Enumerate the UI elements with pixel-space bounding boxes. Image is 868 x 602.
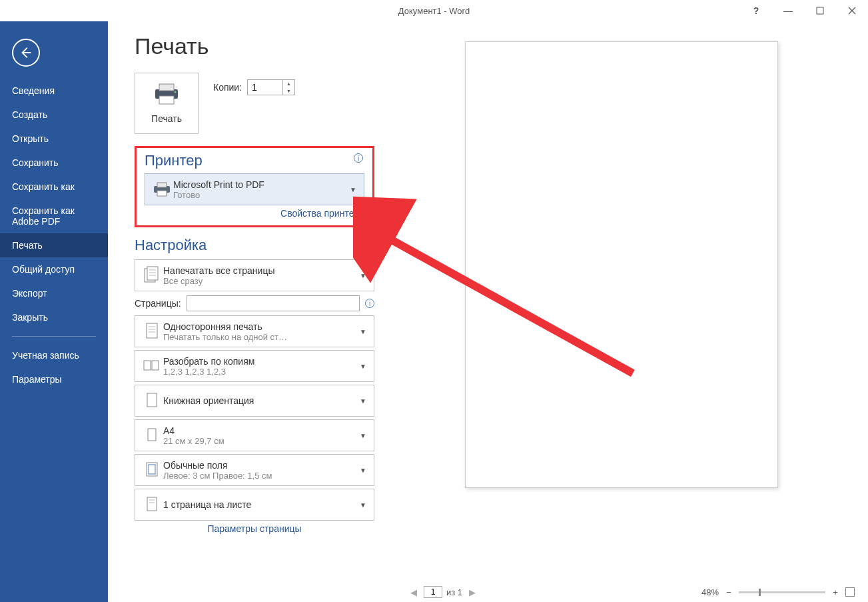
pages-info-icon[interactable]: i: [365, 299, 374, 308]
orientation-dropdown[interactable]: Книжная ориентация ▼: [135, 385, 374, 417]
copies-input[interactable]: [248, 81, 282, 94]
pages-per-sheet-dropdown[interactable]: 1 страница на листе ▼: [135, 489, 374, 521]
svg-rect-20: [144, 361, 151, 370]
page-navigator: ◀ из 1 ▶: [408, 586, 478, 598]
zoom-value: 48%: [701, 587, 719, 597]
svg-rect-26: [147, 497, 157, 511]
pages-label: Страницы:: [135, 298, 181, 309]
paper-size-dropdown[interactable]: A4 21 см x 29,7 см ▼: [135, 419, 374, 451]
print-settings-column: Печать Печать Копии:: [135, 33, 374, 602]
printer-status: Готово: [173, 190, 348, 200]
chevron-down-icon: ▼: [358, 467, 368, 474]
svg-rect-12: [147, 267, 158, 280]
print-button[interactable]: Печать: [135, 73, 199, 134]
svg-rect-23: [148, 429, 156, 441]
svg-rect-0: [817, 7, 823, 14]
backstage-sidebar: Сведения Создать Открыть Сохранить Сохра…: [0, 21, 108, 602]
minimize-button[interactable]: —: [772, 0, 804, 21]
nav-info[interactable]: Сведения: [0, 79, 108, 103]
zoom-in-button[interactable]: +: [831, 587, 840, 597]
window-title: Документ1 - Word: [398, 6, 470, 16]
nav-close[interactable]: Закрыть: [0, 305, 108, 329]
print-preview-column: [374, 33, 868, 602]
nav-options[interactable]: Параметры: [0, 367, 108, 391]
back-button[interactable]: [12, 39, 40, 67]
print-button-label: Печать: [151, 113, 182, 124]
prev-page-button[interactable]: ◀: [408, 587, 420, 597]
preview-footer: ◀ из 1 ▶ 48% − +: [108, 582, 868, 602]
chevron-down-icon: ▼: [348, 186, 358, 193]
copies-label: Копии:: [213, 82, 242, 93]
chevron-down-icon: ▼: [358, 328, 368, 335]
nav-save-as-adobe-pdf[interactable]: Сохранить как Adobe PDF: [0, 199, 108, 233]
margins-icon: [141, 459, 163, 481]
content-area: Печать Печать Копии:: [108, 21, 868, 602]
svg-rect-5: [159, 84, 174, 91]
nav-new[interactable]: Создать: [0, 103, 108, 127]
nav-open[interactable]: Открыть: [0, 127, 108, 151]
nav-print[interactable]: Печать: [0, 233, 108, 257]
printer-section-highlight: Принтер i Microsoft Print to PDF Готово …: [135, 146, 374, 227]
svg-rect-9: [157, 183, 167, 187]
pages-icon: [141, 264, 163, 287]
print-range-dropdown[interactable]: Напечатать все страницы Все сразу ▼: [135, 259, 374, 291]
svg-rect-16: [147, 323, 157, 338]
one-sided-dropdown[interactable]: Односторонняя печать Печатать только на …: [135, 315, 374, 347]
collate-icon: [141, 355, 163, 377]
printer-name: Microsoft Print to PDF: [173, 179, 348, 190]
printer-properties-link[interactable]: Свойства принтера: [145, 208, 364, 219]
next-page-button[interactable]: ▶: [466, 587, 478, 597]
preview-page: [465, 41, 778, 488]
chevron-down-icon: ▼: [358, 432, 368, 439]
printer-dropdown[interactable]: Microsoft Print to PDF Готово ▼: [145, 173, 364, 205]
page-count-label: из 1: [446, 587, 462, 597]
printer-section-title: Принтер: [145, 152, 364, 169]
close-button[interactable]: [836, 0, 868, 21]
titlebar: Документ1 - Word ? —: [0, 0, 868, 21]
collate-dropdown[interactable]: Разобрать по копиям 1,2,3 1,2,3 1,2,3 ▼: [135, 350, 374, 382]
nav-export[interactable]: Экспорт: [0, 281, 108, 305]
zoom-out-button[interactable]: −: [724, 587, 733, 597]
zoom-fit-button[interactable]: [845, 587, 855, 597]
chevron-down-icon: ▼: [358, 272, 368, 279]
orientation-portrait-icon: [141, 389, 163, 412]
copies-down-icon[interactable]: ▼: [283, 87, 294, 95]
printer-info-icon[interactable]: i: [354, 153, 363, 163]
svg-rect-22: [147, 393, 157, 407]
page-title: Печать: [135, 33, 374, 59]
paper-icon: [141, 424, 163, 447]
margins-dropdown[interactable]: Обычные поля Левое: 3 см Правое: 1,5 см …: [135, 454, 374, 486]
nav-save-as[interactable]: Сохранить как: [0, 175, 108, 199]
page-single-icon: [141, 320, 163, 343]
zoom-controls: 48% − +: [701, 587, 855, 597]
help-button[interactable]: ?: [740, 0, 772, 21]
nav-save[interactable]: Сохранить: [0, 151, 108, 175]
window-controls: ? —: [740, 0, 868, 21]
nav-account[interactable]: Учетная запись: [0, 343, 108, 367]
printer-icon: [153, 83, 181, 108]
page-per-sheet-icon: [141, 493, 163, 516]
copies-spinner[interactable]: ▲ ▼: [247, 79, 295, 95]
svg-rect-6: [159, 96, 174, 104]
svg-rect-21: [152, 361, 159, 370]
settings-section-title: Настройка: [135, 237, 374, 254]
printer-device-icon: [151, 178, 173, 201]
svg-rect-10: [157, 191, 167, 196]
zoom-slider[interactable]: [739, 591, 825, 593]
svg-point-7: [175, 91, 177, 93]
current-page-input[interactable]: [424, 586, 442, 598]
nav-separator: [12, 336, 96, 337]
page-setup-link[interactable]: Параметры страницы: [135, 523, 374, 534]
nav-share[interactable]: Общий доступ: [0, 257, 108, 281]
chevron-down-icon: ▼: [358, 501, 368, 509]
chevron-down-icon: ▼: [358, 397, 368, 405]
pages-input[interactable]: [187, 295, 360, 311]
copies-up-icon[interactable]: ▲: [283, 80, 294, 87]
maximize-button[interactable]: [804, 0, 836, 21]
chevron-down-icon: ▼: [358, 363, 368, 370]
